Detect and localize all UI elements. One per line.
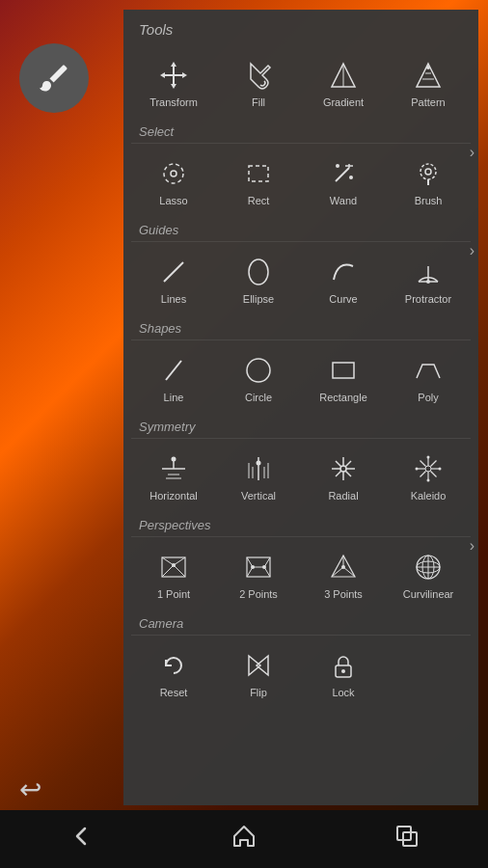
svg-line-67 — [174, 565, 185, 577]
curve-label: Curve — [329, 293, 357, 305]
perspectives-chevron: › — [470, 537, 474, 555]
transform-label: Transform — [149, 96, 198, 108]
ellipse-icon — [241, 255, 276, 289]
curve-icon — [326, 255, 361, 289]
svg-line-55 — [420, 461, 426, 467]
tool-circle[interactable]: Circle — [216, 344, 301, 412]
svg-point-62 — [439, 468, 442, 471]
transform-icon — [156, 58, 191, 93]
1point-icon — [156, 550, 191, 584]
svg-point-81 — [341, 565, 345, 569]
section-camera-label: Camera — [123, 612, 478, 635]
tool-curve[interactable]: Curve — [301, 246, 386, 313]
tool-line[interactable]: Line — [131, 344, 216, 412]
tool-1point[interactable]: 1 Point — [131, 541, 216, 609]
svg-marker-5 — [182, 72, 187, 78]
tool-gradient[interactable]: Gradient — [301, 49, 386, 117]
svg-line-15 — [336, 168, 349, 181]
lasso-label: Lasso — [159, 195, 187, 206]
tool-fill[interactable]: Fill — [216, 49, 301, 117]
flip-icon — [241, 648, 276, 683]
svg-line-23 — [164, 262, 183, 282]
tool-transform[interactable]: Transform — [131, 49, 216, 117]
svg-marker-3 — [171, 84, 176, 89]
svg-point-60 — [427, 479, 430, 482]
svg-point-32 — [172, 457, 176, 462]
svg-point-12 — [164, 164, 183, 183]
svg-line-56 — [431, 472, 437, 477]
recent-apps-button[interactable] — [393, 823, 420, 856]
radial-label: Radial — [328, 490, 358, 502]
tool-kaleido[interactable]: Kaleido — [386, 443, 471, 510]
svg-point-59 — [427, 456, 430, 459]
horizontal-label: Horizontal — [149, 490, 198, 502]
wand-label: Wand — [330, 195, 357, 206]
tool-horizontal[interactable]: Horizontal — [131, 443, 216, 510]
undo-icon[interactable]: ↩ — [19, 773, 41, 805]
lock-icon — [326, 648, 361, 683]
svg-point-26 — [426, 280, 430, 284]
pattern-label: Pattern — [411, 96, 445, 108]
svg-line-47 — [345, 471, 351, 476]
tool-2points[interactable]: 2 Points — [216, 541, 301, 609]
tool-brush-select[interactable]: Brush — [386, 148, 471, 215]
tool-ellipse[interactable]: Ellipse — [216, 246, 301, 313]
svg-line-58 — [420, 472, 426, 477]
2points-label: 2 Points — [239, 588, 278, 600]
section-select-label: Select — [123, 121, 478, 143]
kaleido-icon — [411, 451, 446, 486]
reset-label: Reset — [160, 687, 188, 698]
vertical-icon — [241, 451, 276, 486]
tool-lock[interactable]: Lock — [301, 639, 386, 707]
svg-marker-2 — [171, 62, 176, 67]
brush-select-icon — [411, 156, 446, 191]
tool-reset[interactable]: Reset — [131, 639, 216, 707]
tool-rect[interactable]: Rect — [216, 148, 301, 215]
svg-point-20 — [420, 164, 436, 179]
brush-select-label: Brush — [415, 195, 443, 206]
tool-lines[interactable]: Lines — [131, 246, 216, 313]
tool-protractor[interactable]: Protractor — [386, 246, 471, 313]
tool-curvilinear[interactable]: Curvilinear — [386, 541, 471, 609]
svg-rect-14 — [249, 166, 268, 181]
back-button[interactable] — [68, 823, 95, 856]
tool-poly[interactable]: Poly — [386, 344, 471, 412]
tool-flip[interactable]: Flip — [216, 639, 301, 707]
section-perspectives-label: Perspectives — [123, 514, 478, 536]
ellipse-label: Ellipse — [243, 293, 274, 305]
guides-chevron: › — [470, 242, 474, 259]
home-button[interactable] — [230, 823, 258, 856]
empty-cell — [386, 639, 471, 707]
brush-circle-button[interactable] — [19, 43, 89, 113]
tool-wand[interactable]: Wand — [301, 148, 386, 215]
rect-icon — [241, 156, 276, 191]
svg-line-79 — [343, 567, 355, 577]
line-label: Line — [164, 392, 184, 403]
svg-line-64 — [162, 557, 174, 565]
reset-icon — [156, 648, 191, 683]
line-icon — [156, 353, 191, 388]
svg-point-61 — [416, 468, 419, 471]
tool-3points[interactable]: 3 Points — [301, 541, 386, 609]
section-symmetry-label: Symmetry — [123, 416, 478, 438]
tool-lasso[interactable]: Lasso — [131, 148, 216, 215]
curvilinear-label: Curvilinear — [403, 588, 454, 600]
section-perspectives: › 1 Point — [123, 537, 478, 612]
tool-rectangle[interactable]: Rectangle — [301, 344, 386, 412]
svg-marker-88 — [257, 656, 268, 675]
svg-point-36 — [257, 461, 261, 466]
svg-line-66 — [162, 565, 174, 577]
tool-radial[interactable]: Radial — [301, 443, 386, 510]
select-chevron: › — [470, 144, 474, 161]
svg-line-57 — [431, 461, 437, 467]
section-shapes-label: Shapes — [123, 317, 478, 339]
svg-point-28 — [247, 359, 270, 382]
tool-pattern[interactable]: Pattern — [386, 49, 471, 117]
rectangle-icon — [326, 353, 361, 388]
tool-vertical[interactable]: Vertical — [216, 443, 301, 510]
curvilinear-icon — [411, 550, 446, 584]
3points-icon — [326, 550, 361, 584]
lines-icon — [156, 255, 191, 289]
vertical-label: Vertical — [241, 490, 276, 502]
lines-label: Lines — [161, 293, 186, 305]
